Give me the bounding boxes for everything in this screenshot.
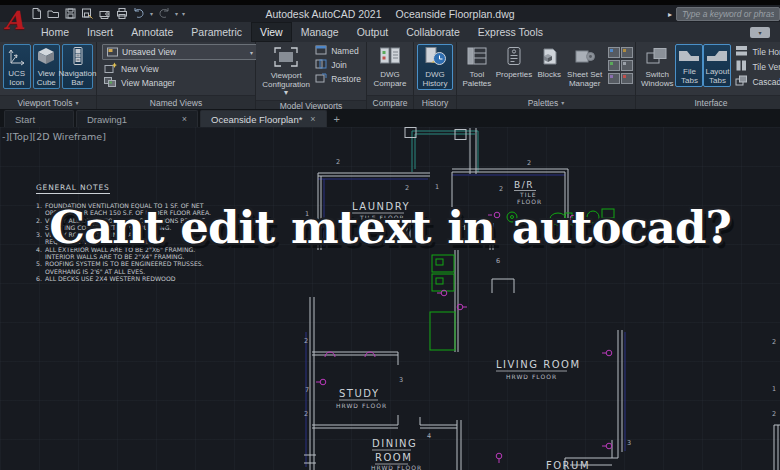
- save-icon[interactable]: [64, 7, 77, 20]
- tab-collaborate[interactable]: Collaborate: [397, 22, 469, 42]
- close-icon[interactable]: ×: [182, 114, 187, 124]
- ucs-axes-icon: [6, 46, 28, 70]
- panel-viewport-tools: UCS Icon View Cube Navigation Bar Viewpo…: [0, 42, 97, 109]
- ribbon-display-toggle-icon[interactable]: ▾: [750, 27, 770, 38]
- dwg-history-button[interactable]: DWG History: [417, 44, 453, 90]
- file-tab-bar: Start Drawing1 × Oceanside Floorplan* × …: [0, 109, 780, 127]
- palette-mini-icon[interactable]: [608, 47, 620, 58]
- file-tab-start[interactable]: Start: [4, 110, 74, 127]
- svg-text:4: 4: [427, 432, 431, 440]
- tab-output[interactable]: Output: [348, 22, 398, 42]
- properties-icon: [503, 46, 525, 71]
- panel-label-viewport-tools[interactable]: Viewport Tools▾: [0, 95, 96, 109]
- layout-tabs-button[interactable]: Layout Tabs: [703, 44, 731, 87]
- panel-interface: Switch Windows File Tabs Layout Tabs Til…: [636, 42, 780, 109]
- unsaved-view-icon: [107, 46, 118, 59]
- svg-text:3: 3: [399, 376, 403, 384]
- file-tab-drawing1[interactable]: Drawing1 ×: [76, 110, 198, 127]
- tab-express-tools[interactable]: Express Tools: [469, 22, 552, 42]
- undo-icon[interactable]: [132, 7, 146, 20]
- tile-horizontally-icon: [735, 45, 748, 58]
- ribbon-tab-row: Home Insert Annotate Parametric View Man…: [0, 22, 780, 42]
- tile-vertically-button[interactable]: Tile Vert: [735, 59, 780, 74]
- tab-annotate[interactable]: Annotate: [122, 22, 182, 42]
- tab-manage[interactable]: Manage: [292, 22, 348, 42]
- dwg-compare-button[interactable]: DWG Compare: [370, 44, 410, 90]
- undo-caret-icon[interactable]: ▾: [150, 11, 153, 17]
- svg-text:1: 1: [435, 183, 439, 191]
- help-search-input[interactable]: [676, 7, 780, 21]
- palette-mini-icon[interactable]: [608, 73, 620, 84]
- sheet-set-manager-icon: [574, 46, 596, 71]
- plot-icon[interactable]: [98, 7, 111, 20]
- autocad-logo-icon[interactable]: A: [4, 7, 28, 37]
- note-item: 5.ROOFING SYSTEM IS TO BE ENGINEERED TRU…: [36, 260, 316, 275]
- viewport-configuration-icon: [273, 46, 299, 72]
- search-arrow-icon[interactable]: ▸: [668, 10, 672, 19]
- blocks-button[interactable]: Blocks: [534, 44, 564, 82]
- restore-viewports-button[interactable]: Restore: [313, 72, 363, 86]
- svg-text:TILE: TILE: [519, 191, 537, 198]
- view-manager-button[interactable]: View Manager: [102, 76, 177, 90]
- save-as-icon[interactable]: [81, 7, 94, 20]
- drawing-canvas[interactable]: -][Top][2D Wireframe]: [0, 127, 780, 470]
- switch-windows-button[interactable]: Switch Windows: [639, 44, 675, 90]
- svg-text:3: 3: [627, 439, 631, 447]
- print-icon[interactable]: [115, 7, 128, 20]
- note-item: 6.ALL DECKS USE 2X4 WESTERN REDWOOD: [36, 275, 316, 282]
- svg-text:2: 2: [336, 158, 340, 166]
- room-label-br: B/R: [514, 180, 534, 190]
- properties-button[interactable]: Properties: [494, 44, 534, 82]
- palette-mini-icon[interactable]: [621, 60, 633, 71]
- svg-text:2: 2: [304, 410, 308, 418]
- panel-label-history[interactable]: History: [414, 95, 456, 109]
- close-icon[interactable]: ×: [310, 114, 315, 124]
- viewport-configuration-button[interactable]: Viewport Configuration ▾: [259, 44, 313, 100]
- palette-mini-icon[interactable]: [608, 60, 620, 71]
- panel-label-palettes[interactable]: Palettes▾: [457, 95, 635, 109]
- svg-text:2: 2: [304, 337, 308, 345]
- join-viewports-button[interactable]: Join: [313, 58, 363, 72]
- tab-insert[interactable]: Insert: [78, 22, 122, 42]
- document-title: Oceanside Floorplan.dwg: [396, 8, 515, 20]
- cascade-button[interactable]: Cascade: [735, 74, 780, 89]
- tile-horizontally-button[interactable]: Tile Hori: [735, 44, 780, 59]
- svg-text:2: 2: [405, 184, 409, 192]
- ucs-icon-button[interactable]: UCS Icon: [3, 44, 31, 89]
- sheet-set-manager-button[interactable]: Sheet Set Manager: [564, 44, 605, 90]
- new-view-button[interactable]: New View: [102, 62, 161, 76]
- file-tab-oceanside-floorplan[interactable]: Oceanside Floorplan* ×: [200, 110, 327, 127]
- new-tab-button[interactable]: +: [329, 111, 345, 127]
- view-cube-button[interactable]: View Cube: [33, 44, 61, 89]
- panel-label-interface[interactable]: Interface: [636, 95, 780, 109]
- overlay-caption: Cant edit mtext in autocad?: [0, 201, 780, 254]
- tool-palettes-button[interactable]: Tool Palettes: [460, 44, 494, 90]
- open-file-icon[interactable]: [47, 7, 60, 20]
- tab-home[interactable]: Home: [32, 22, 78, 42]
- file-tabs-button[interactable]: File Tabs: [675, 44, 703, 87]
- view-dropdown[interactable]: Unsaved View ▾: [102, 44, 258, 60]
- named-viewport-icon: [315, 45, 327, 57]
- panel-label-compare[interactable]: Compare: [367, 95, 413, 109]
- palette-mini-icon[interactable]: [621, 47, 633, 58]
- panel-named-views: Unsaved View ▾ New View View Manager Nam…: [97, 42, 256, 109]
- svg-text:HRWD FLOOR: HRWD FLOOR: [371, 464, 422, 470]
- navigation-bar-button[interactable]: Navigation Bar: [62, 44, 93, 89]
- panel-label-named-views[interactable]: Named Views: [97, 95, 255, 109]
- file-tabs-icon: [677, 46, 701, 68]
- palette-mini-icon[interactable]: [621, 73, 633, 84]
- redo-icon[interactable]: [157, 7, 171, 20]
- qat-customize-caret-icon[interactable]: ▾: [182, 11, 185, 17]
- tab-view[interactable]: View: [251, 22, 292, 42]
- panel-label-model-viewports[interactable]: Model Viewports: [256, 100, 366, 109]
- tab-parametric[interactable]: Parametric: [182, 22, 251, 42]
- svg-text:7: 7: [305, 386, 309, 394]
- palette-mini-buttons: [608, 47, 632, 84]
- svg-text:2: 2: [772, 410, 776, 418]
- named-viewports-button[interactable]: Named: [313, 44, 363, 58]
- new-file-icon[interactable]: [30, 7, 43, 20]
- navigation-bar-icon: [67, 46, 89, 70]
- panel-compare: DWG Compare Compare: [367, 42, 414, 109]
- restore-viewport-icon: [315, 73, 327, 85]
- redo-caret-icon[interactable]: ▾: [175, 11, 178, 17]
